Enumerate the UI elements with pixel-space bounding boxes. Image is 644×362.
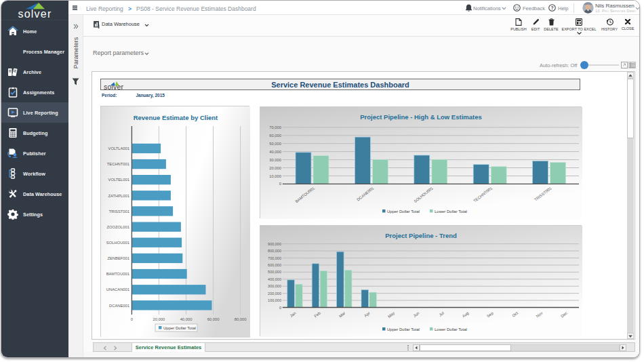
svg-text:UNACAN001: UNACAN001 bbox=[106, 287, 129, 291]
svg-text:10,000: 10,000 bbox=[269, 174, 281, 178]
svg-text:20,000: 20,000 bbox=[153, 317, 165, 321]
svg-text:Lower Dollar Total: Lower Dollar Total bbox=[435, 209, 467, 214]
svg-text:70,000: 70,000 bbox=[269, 125, 281, 129]
svg-text:40,000: 40,000 bbox=[180, 317, 193, 321]
svg-text:Revenue Estimate by Client: Revenue Estimate by Client bbox=[134, 114, 218, 121]
svg-text:Lower Dollar Total: Lower Dollar Total bbox=[435, 327, 467, 331]
svg-text:60,000: 60,000 bbox=[269, 134, 281, 138]
svg-text:TRISST001: TRISST001 bbox=[109, 209, 129, 214]
svg-text:Project Pipeline - High & Low: Project Pipeline - High & Low Estimates bbox=[360, 113, 481, 121]
svg-text:ZATHPL001: ZATHPL001 bbox=[108, 194, 129, 198]
svg-text:Upper Dollar Total: Upper Dollar Total bbox=[387, 209, 420, 214]
svg-text:400,000: 400,000 bbox=[268, 277, 281, 281]
svg-text:?: ? bbox=[550, 5, 553, 10]
svg-text:100,000: 100,000 bbox=[268, 298, 281, 302]
svg-text:30,000: 30,000 bbox=[269, 158, 281, 162]
svg-text:200,000: 200,000 bbox=[268, 291, 281, 296]
svg-text:500,000: 500,000 bbox=[268, 270, 281, 274]
svg-text:ZOOZOL001: ZOOZOL001 bbox=[106, 225, 129, 229]
svg-text:Upper Dollar Total: Upper Dollar Total bbox=[163, 326, 196, 330]
svg-text:50,000: 50,000 bbox=[269, 142, 281, 146]
svg-text:0: 0 bbox=[279, 306, 281, 310]
svg-text:SOLHOU001: SOLHOU001 bbox=[106, 241, 129, 245]
svg-text:800,000: 800,000 bbox=[268, 249, 281, 253]
svg-text:900,000: 900,000 bbox=[268, 242, 281, 246]
svg-text:VOLTLA001: VOLTLA001 bbox=[108, 146, 129, 150]
svg-text:600,000: 600,000 bbox=[268, 263, 281, 267]
svg-text:0: 0 bbox=[131, 317, 133, 321]
svg-text:300,000: 300,000 bbox=[268, 284, 281, 288]
svg-text:40,000: 40,000 bbox=[269, 150, 281, 154]
svg-text:Project Pipeline - Trend: Project Pipeline - Trend bbox=[385, 232, 457, 239]
svg-text:20,000: 20,000 bbox=[269, 166, 281, 170]
svg-text:700,000: 700,000 bbox=[268, 256, 281, 260]
svg-text:DCANE001: DCANE001 bbox=[109, 304, 129, 308]
svg-text:VOLTEL001: VOLTEL001 bbox=[108, 178, 129, 182]
svg-text:60,000: 60,000 bbox=[207, 317, 220, 321]
svg-text:TECHNT001: TECHNT001 bbox=[107, 162, 129, 166]
svg-text:0: 0 bbox=[279, 182, 281, 186]
svg-text:Upper Dollar Total: Upper Dollar Total bbox=[387, 327, 420, 331]
svg-text:80,000: 80,000 bbox=[235, 317, 247, 321]
svg-text:BAMTOU001: BAMTOU001 bbox=[106, 272, 129, 276]
svg-text:ZENBEF001: ZENBEF001 bbox=[107, 256, 129, 260]
